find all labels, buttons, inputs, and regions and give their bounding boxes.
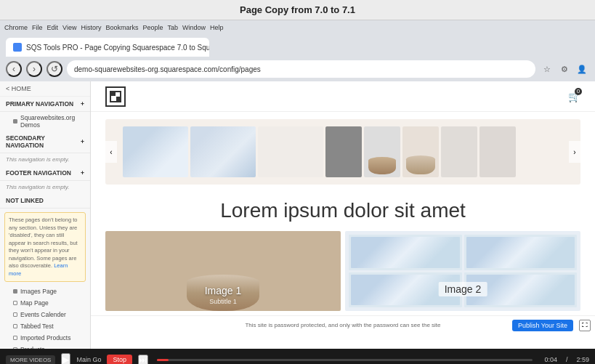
secondary-nav-empty: This navigation is empty. <box>0 153 90 166</box>
play-pause-button[interactable]: ▶ <box>61 353 70 364</box>
gallery-thumb-1 <box>123 126 188 177</box>
gallery-thumb-7 <box>441 126 477 177</box>
add-footer-nav-button[interactable]: + <box>81 169 84 177</box>
lorem-ipsum-section: Lorem ipsum dolor sit amet <box>91 192 595 227</box>
footer-nav-label: FOOTER NAVIGATION <box>6 169 71 177</box>
image1-sublabel: Subtitle 1 <box>209 298 237 305</box>
os-bar: Chrome File Edit View History Bookmarks … <box>0 20 595 35</box>
address-bar[interactable]: demo-squarewebsites-org.squarespace.com/… <box>67 60 535 78</box>
reload-button[interactable]: ↺ <box>46 61 62 77</box>
sidebar-primary-nav-header: PRIMARY NAVIGATION + <box>0 97 90 112</box>
active-tab[interactable]: SQS Tools PRO - Page Copying Squarespace… <box>6 38 209 57</box>
stop-button[interactable]: Stop <box>107 355 132 364</box>
gallery-section: ‹ <box>91 112 595 192</box>
page-wrapper: 🛒 0 ‹ <box>91 81 595 334</box>
screenshots-grid <box>349 235 577 307</box>
back-button[interactable]: ‹ <box>6 61 22 77</box>
os-history-label: History <box>81 24 101 31</box>
sidebar-nav-item-map[interactable]: Map Page <box>0 297 90 309</box>
screenshot-thumb-1 <box>349 235 462 270</box>
video-progress-fill <box>157 359 169 361</box>
not-linked-label: NOT LINKED <box>6 197 44 204</box>
nav-dot-icon <box>13 301 17 305</box>
gallery-prev-button[interactable]: ‹ <box>105 141 117 163</box>
publish-site-button[interactable]: Publish Your Site <box>512 320 573 331</box>
os-bookmarks-label: Bookmarks <box>105 24 138 31</box>
browser-actions: ☆ ⚙ 👤 <box>540 62 589 76</box>
more-videos-button[interactable]: MORE VIDEOS <box>6 355 55 365</box>
page-title: Page Copy from 7.0 to 7.1 <box>240 4 355 15</box>
os-file-label: File <box>32 24 43 31</box>
nav-item-label: Map Page <box>20 299 49 307</box>
sidebar-nav-item-imported[interactable]: Imported Products <box>0 332 90 344</box>
video-time-total: 2:59 <box>576 356 589 363</box>
nav-dot-icon <box>13 336 17 340</box>
nav-dot-icon <box>13 347 17 349</box>
sidebar-not-linked-header: NOT LINKED <box>0 193 90 209</box>
lorem-heading: Lorem ipsum dolor sit amet <box>105 199 580 222</box>
nav-dot-icon <box>13 289 17 294</box>
primary-nav-label: PRIMARY NAVIGATION <box>6 100 73 108</box>
add-primary-nav-button[interactable]: + <box>81 100 84 108</box>
nav-item-label: Products <box>20 346 45 349</box>
tab-favicon <box>13 43 22 52</box>
logo-cell-1 <box>111 92 116 97</box>
extension-icon[interactable]: ⚙ <box>557 62 572 76</box>
fullscreen-button[interactable]: ⛶ <box>579 320 591 331</box>
sidebar-nav-item-images-page[interactable]: Images Page <box>0 286 90 297</box>
os-window-label: Window <box>182 24 206 31</box>
bookmark-icon[interactable]: ☆ <box>540 62 554 76</box>
logo-cell-4 <box>116 97 121 101</box>
gallery-next-button[interactable]: › <box>569 141 580 163</box>
gallery-thumb-5 <box>364 126 400 177</box>
video-bar: MORE VIDEOS ▶ Main Go Stop ⏭ 0:04 / 2:59 <box>0 349 595 364</box>
sidebar-nav-item-events[interactable]: Events Calender <box>0 309 90 320</box>
secondary-nav-label: SECONDARY NAVIGATION <box>6 134 81 149</box>
nav-dot-icon <box>13 119 17 124</box>
cart-badge: 0 <box>575 88 582 95</box>
gallery-thumb-8 <box>479 126 516 177</box>
nav-dot-icon <box>13 324 17 328</box>
image2-label: Image 2 <box>439 282 487 296</box>
video-time-current: 0:04 <box>544 356 557 363</box>
sidebar: < HOME PRIMARY NAVIGATION + Squarewebsit… <box>0 81 91 349</box>
tab-bar: SQS Tools PRO - Page Copying Squarespace… <box>0 35 595 57</box>
main-go-label: Main Go <box>76 356 101 363</box>
logo-cell-2 <box>116 92 121 97</box>
profile-icon[interactable]: 👤 <box>575 62 589 76</box>
sidebar-site-item[interactable]: Squarewebsites.org Demos <box>0 112 90 131</box>
sidebar-footer-nav-header: FOOTER NAVIGATION + <box>0 166 90 181</box>
logo-cell-3 <box>111 97 116 101</box>
os-edit-label: Edit <box>47 24 59 31</box>
sidebar-nav-item-tabbed[interactable]: Tabbed Test <box>0 320 90 332</box>
sidebar-nav-item-products[interactable]: Products <box>0 344 90 349</box>
screenshot-thumb-2 <box>464 235 578 270</box>
sidebar-home-label: < HOME <box>6 85 31 92</box>
sidebar-home-link[interactable]: < HOME <box>0 81 90 97</box>
page-content-area: 🛒 0 ‹ <box>91 81 595 349</box>
os-help-label: Help <box>210 24 224 31</box>
gallery-thumb-6 <box>402 126 439 177</box>
browser-content: < HOME PRIMARY NAVIGATION + Squarewebsit… <box>0 81 595 349</box>
page-logo <box>105 86 126 107</box>
skip-button[interactable]: ⏭ <box>138 355 148 365</box>
os-view-label: View <box>62 24 76 31</box>
os-tab-label: Tab <box>167 24 178 31</box>
not-linked-description: These pages don't belong to any section.… <box>4 212 86 282</box>
add-secondary-nav-button[interactable]: + <box>81 138 84 145</box>
image2-block: Image 2 <box>345 231 580 311</box>
forward-button[interactable]: › <box>26 61 42 77</box>
gallery-thumb-3 <box>258 126 323 177</box>
image1-block: Image 1 Subtitle 1 <box>105 231 341 311</box>
nav-item-label: Images Page <box>20 288 57 295</box>
image1-label: Image 1 <box>205 285 242 296</box>
tab-label: SQS Tools PRO - Page Copying Squarespace… <box>26 44 209 52</box>
footer-nav-empty: This navigation is empty. <box>0 181 90 193</box>
password-notice: This site is password protected, and onl… <box>245 322 440 328</box>
video-progress-bar[interactable] <box>157 359 533 361</box>
sidebar-secondary-nav-header: SECONDARY NAVIGATION + <box>0 131 90 153</box>
site-footer-bar: This site is password protected, and onl… <box>91 315 595 334</box>
os-people-label: People <box>142 24 163 31</box>
nav-dot-icon <box>13 312 17 317</box>
browser-chrome: SQS Tools PRO - Page Copying Squarespace… <box>0 35 595 81</box>
